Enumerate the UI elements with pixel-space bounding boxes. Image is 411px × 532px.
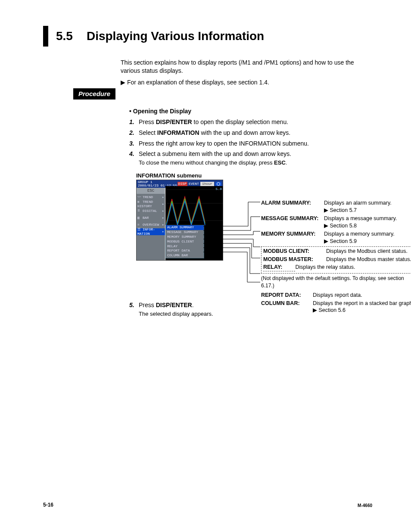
side-digital: ⠿DIGITAL▸ <box>137 208 165 215</box>
section-heading: 5.5 Displaying Various Information <box>43 26 372 47</box>
doc-code: M-4660 <box>358 503 372 509</box>
page-footer: 5-16 M-4660 <box>43 501 372 508</box>
opening-display-heading: • Opening the Display <box>129 107 372 115</box>
diagram-area: GROUP 1 2008/01/23 01:12:55 DISP EVENT 1… <box>136 180 411 297</box>
step-text: Press the right arrow key to open the IN… <box>139 140 372 148</box>
step-1: 1. Press DISP/ENTER to open the display … <box>129 118 372 126</box>
step-3: 3. Press the right arrow key to open the… <box>129 140 372 148</box>
side-bar: ▥BAR▸ <box>137 215 165 221</box>
triangle-icon: ▶ <box>121 78 125 87</box>
desc-note: (Not displayed with the default settings… <box>261 275 411 289</box>
step-text: Select INFORMATION with the up and down … <box>139 129 372 137</box>
submenu-description-list: ALARM SUMMARY: Displays an alarm summary… <box>261 199 411 315</box>
step-number: 2. <box>129 129 139 137</box>
information-submenu-popup: ALARM SUMMARY MESSAGE SUMMARY MEMORY SUM… <box>165 225 204 258</box>
side-trend-history: ≋TREND HISTORY▸ <box>137 201 165 208</box>
desc-message: MESSAGE SUMMARY: Displays a message summ… <box>261 215 411 230</box>
step-subtext: To close the menu without changing the d… <box>139 159 372 167</box>
step-number: 1. <box>129 118 139 126</box>
step-4: 4. Select a submenu item with the up and… <box>129 150 372 166</box>
procedure-label: Procedure <box>73 88 115 100</box>
desc-memory: MEMORY SUMMARY: Displays a memory summar… <box>261 230 411 245</box>
esc-row: ESC <box>137 188 165 194</box>
cross-reference-text: For an explanation of these displays, se… <box>127 79 269 86</box>
step-number: 4. <box>129 150 139 166</box>
desc-dashed-group: MODBUS CLIENT: Displays the Modbus clien… <box>261 246 411 274</box>
step-text: Press DISP/ENTER to open the display sel… <box>139 118 372 126</box>
step-number: 3. <box>129 140 139 148</box>
side-information: ☰INFOR- MATION▸ <box>137 228 165 235</box>
step-list: 1. Press DISP/ENTER to open the display … <box>129 118 372 167</box>
disp-badge: DISP <box>177 182 187 187</box>
device-sidebar: ESC 〰TREND▸ ≋TREND HISTORY▸ ⠿DIGITAL▸ ▥B… <box>137 188 165 260</box>
submenu-caption: INFORMATION submenu <box>136 172 372 180</box>
section-number: 5.5 <box>56 28 73 44</box>
desc-report: REPORT DATA: Displays report data. <box>261 292 411 299</box>
camera-icon <box>215 182 221 186</box>
desc-alarm: ALARM SUMMARY: Displays an alarm summary… <box>261 199 411 214</box>
desc-column: COLUMN BAR: Displays the report in a sta… <box>261 300 411 314</box>
intro-paragraph: This section explains how to display rep… <box>121 59 372 75</box>
page-number: 5-16 <box>43 501 53 508</box>
step-2: 2. Select INFORMATION with the up and do… <box>129 129 372 137</box>
step-number: 5. <box>129 301 139 317</box>
device-screenshot: GROUP 1 2008/01/23 01:12:55 DISP EVENT 1… <box>136 180 223 261</box>
section-bar <box>43 26 48 47</box>
section-title: Displaying Various Information <box>87 28 264 44</box>
step-text: Select a submenu item with the up and do… <box>139 150 372 166</box>
cross-reference: ▶ For an explanation of these displays, … <box>121 78 372 87</box>
